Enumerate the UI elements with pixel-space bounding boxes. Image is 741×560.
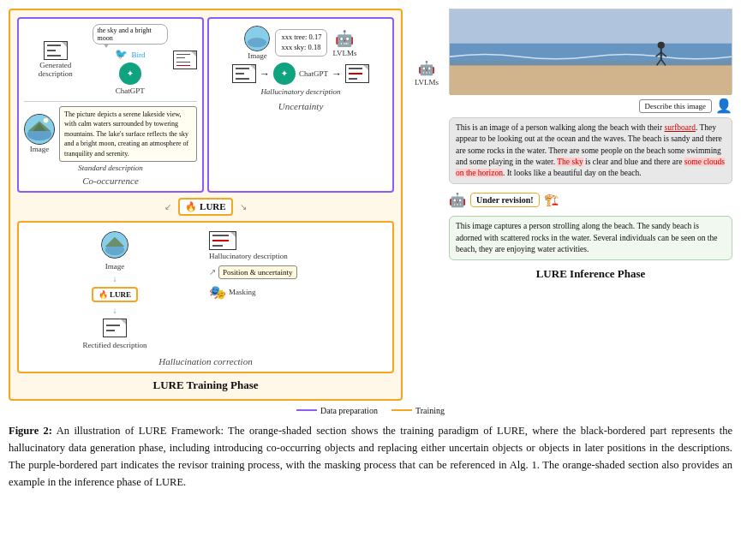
image-circle-3 <box>101 231 128 259</box>
chatgpt-icon-1: ✦ <box>119 63 141 85</box>
doc-icon-1 <box>44 41 68 60</box>
inference-right: 🤖 LVLMs <box>409 9 732 281</box>
legend-data-prep: Data preparation <box>296 406 378 415</box>
doc-icon-4 <box>345 64 369 83</box>
legend-orange-line <box>391 409 412 411</box>
hallucination-label: Hallucination correction <box>24 356 387 366</box>
inference-phase: 🤖 LVLMs <box>409 9 732 401</box>
describe-btn[interactable]: Describe this image <box>639 99 712 113</box>
doc-icon-2 <box>173 51 197 69</box>
diagram-area: Generated description the sky and a brig… <box>9 9 732 401</box>
robot-icon-1: 🤖 <box>335 29 354 48</box>
sky-highlight: The sky <box>557 158 583 166</box>
robot-icon-3: 🤖 <box>449 192 466 208</box>
doc-icon-6 <box>209 231 236 250</box>
bird-row: 🐦 Bird <box>115 48 146 61</box>
top-section: Generated description the sky and a brig… <box>17 17 394 193</box>
uncertainty-label: Uncertainty <box>214 101 387 111</box>
chatgpt-icon-2: ✦ <box>273 63 296 85</box>
svg-point-13 <box>658 42 665 49</box>
svg-point-4 <box>44 118 49 123</box>
figure-caption: Figure 2: An illustration of LURE Framew… <box>9 422 732 491</box>
lure-center: ↙ 🔥 LURE ↘ <box>17 198 394 216</box>
inference-left-col: 🤖 LVLMs <box>409 9 444 281</box>
lure-badge-2: 🔥 LURE <box>92 287 138 302</box>
doc-icon-3 <box>232 64 256 83</box>
image-circle-2 <box>244 26 270 51</box>
hallu-right: Hallucinatory description ↗ Position & u… <box>209 231 384 349</box>
generated-desc-label: Generated description <box>24 61 87 78</box>
hallu-inner: Image ↓ 🔥 LURE ↓ Rectified description <box>24 228 387 353</box>
legend-purple-line <box>296 409 317 411</box>
robot-icon-2: 🤖 <box>418 60 435 76</box>
sky-moon-bubble: the sky and a bright moon <box>93 24 168 45</box>
svg-rect-11 <box>450 61 732 95</box>
cooccurrence-box: Generated description the sky and a brig… <box>17 17 204 193</box>
lure-badge: 🔥 LURE <box>178 198 232 216</box>
legend-area: Data preparation Training <box>9 406 732 415</box>
caption-text: An illustration of LURE Framework: The o… <box>9 425 732 488</box>
training-phase-title: LURE Training Phase <box>17 378 394 392</box>
xxx-bubble: xxx tree: 0.17 xxx sky: 0.18 <box>275 29 327 57</box>
inference-main: Describe this image 👤 This is an image o… <box>449 9 732 281</box>
hallucination-box: Image ↓ 🔥 LURE ↓ Rectified description <box>17 221 394 373</box>
caption-label: Figure 2: <box>9 425 52 437</box>
uncertain-inner: Image xxx tree: 0.17 xxx sky: 0.18 🤖 LVL… <box>214 24 387 98</box>
cooccurrence-label: Co-occurrence <box>24 176 197 186</box>
beach-image-container: Describe this image 👤 <box>449 9 732 114</box>
training-title-wrapper: LURE Training Phase <box>17 378 394 392</box>
uncertainty-box: Image xxx tree: 0.17 xxx sky: 0.18 🤖 LVL… <box>207 17 394 193</box>
training-phase: Generated description the sky and a brig… <box>9 9 403 401</box>
legend-training: Training <box>391 406 445 415</box>
image-circle-1 <box>24 114 55 145</box>
doc-icon-5 <box>103 319 127 337</box>
describe-row: Describe this image 👤 <box>449 98 732 114</box>
surfboard-highlight: surfboard <box>665 123 696 132</box>
beach-image <box>449 9 732 94</box>
crane-icon: 🏗️ <box>544 193 559 207</box>
under-revision-badge: Under revision! <box>470 193 540 207</box>
mask-icon: 🎭 <box>209 284 226 301</box>
chat-bubble-1: This is an image of a person walking alo… <box>449 117 732 184</box>
hallu-left: Image ↓ 🔥 LURE ↓ Rectified description <box>27 231 202 349</box>
figure-container: Generated description the sky and a brig… <box>9 9 732 491</box>
position-box: Position & uncertainty <box>218 265 297 279</box>
user-icon: 👤 <box>715 98 732 114</box>
cooc-content: Generated description the sky and a brig… <box>24 24 197 172</box>
chat-bubble-2: This image captures a person strolling a… <box>449 216 732 260</box>
inference-phase-title: LURE Inference Phase <box>449 267 732 281</box>
svg-point-6 <box>248 38 266 47</box>
standard-desc-box: The picture depicts a serene lakeside vi… <box>59 106 197 162</box>
under-revision-row: 🤖 Under revision! 🏗️ <box>449 189 732 211</box>
